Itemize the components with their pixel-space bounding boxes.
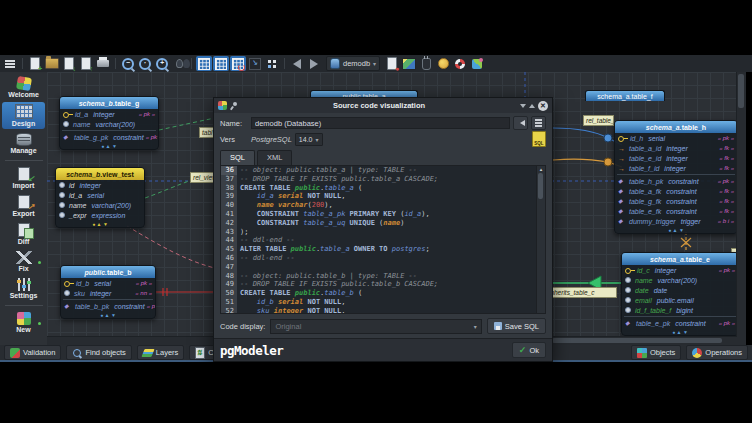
table-card-table_b[interactable]: public.table_bid_bserial« pk »skuinteger… xyxy=(60,265,156,319)
relationship-line-blue[interactable] xyxy=(553,128,608,138)
table-header[interactable]: public.table_b xyxy=(61,266,155,278)
print-model-icon[interactable] xyxy=(95,56,111,71)
plugins-icon[interactable] xyxy=(469,56,485,71)
table-card-table_f-partial[interactable]: schema_a.table_f xyxy=(585,90,665,101)
objects-button[interactable]: Objects xyxy=(631,345,681,360)
collapse-icon[interactable] xyxy=(520,104,526,111)
relationship-line-view-dep[interactable] xyxy=(127,226,219,269)
table-header[interactable]: schema_b.table_g xyxy=(60,97,158,109)
table-row-sku[interactable]: skuinteger« nn » xyxy=(61,288,155,298)
relationship-node-blue[interactable] xyxy=(604,134,612,142)
expand-icon[interactable] xyxy=(529,101,535,108)
scene-layout-icon[interactable] xyxy=(264,56,280,71)
table-row-table_b_pk[interactable]: ◆table_b_pkconstraint« pk » xyxy=(61,301,155,311)
tab-xml[interactable]: XML xyxy=(257,150,292,165)
zoom-in-icon[interactable] xyxy=(154,56,170,71)
relationship-node-orange[interactable] xyxy=(604,158,612,166)
table-row-id_b[interactable]: id_bserial« pk » xyxy=(61,278,155,288)
clear-name-icon[interactable] xyxy=(513,116,528,130)
sql-execution-icon[interactable] xyxy=(418,56,434,71)
next-model-icon[interactable] xyxy=(306,56,322,71)
layers-button[interactable]: Layers xyxy=(137,345,185,360)
canvas-vertical-scrollbar[interactable] xyxy=(736,72,746,345)
relationship-line-orange[interactable] xyxy=(553,159,608,162)
table-row-name[interactable]: namevarchar(200) xyxy=(622,275,738,285)
tab-sql[interactable]: SQL xyxy=(220,150,255,165)
table-row-id_a[interactable]: id_ainteger« pk » xyxy=(60,109,158,119)
table-row-id_f_table_f[interactable]: id_f_table_fbigint xyxy=(622,305,738,315)
table-row-table_a_fk[interactable]: ◆table_a_fkconstraint« fk » xyxy=(615,186,737,196)
table-row-_expr[interactable]: _exprexpression xyxy=(56,210,144,220)
show-grid-icon[interactable] xyxy=(196,56,212,71)
donate-icon[interactable] xyxy=(435,56,451,71)
table-expand-controls[interactable]: ● ▲ ▼ xyxy=(622,328,738,335)
table-row-table_f_id[interactable]: →table_f_idinteger« fk » xyxy=(615,163,737,173)
table-expand-controls[interactable]: ● ▲ ▼ xyxy=(615,226,737,233)
zoom-reset-icon[interactable] xyxy=(137,56,153,71)
main-menu-icon[interactable] xyxy=(2,56,18,71)
table-expand-controls[interactable]: ● ▲ ▼ xyxy=(56,220,144,227)
table-row-email[interactable]: emailpublic.email xyxy=(622,295,738,305)
previous-model-icon[interactable] xyxy=(289,56,305,71)
table-row-id_c[interactable]: id_cinteger« pk » xyxy=(622,265,738,275)
snap-to-grid-icon[interactable] xyxy=(213,56,229,71)
table-row-table_h_pk[interactable]: ◆table_h_pkconstraint« pk » xyxy=(615,176,737,186)
operations-button[interactable]: Operations xyxy=(686,345,748,360)
sidebar-item-welcome[interactable]: Welcome xyxy=(2,75,45,100)
table-row-table_g_pk[interactable]: ◆table_g_pkconstraint« pk » xyxy=(60,132,158,142)
table-row-name[interactable]: namevarchar(200) xyxy=(60,119,158,129)
sidebar-item-import[interactable]: Import xyxy=(2,165,45,191)
sidebar-item-new[interactable]: New xyxy=(2,310,45,335)
close-icon[interactable]: ✕ xyxy=(538,101,548,111)
table-row-table_e_id[interactable]: →table_e_idinteger« fk » xyxy=(615,153,737,163)
open-model-icon[interactable] xyxy=(44,56,60,71)
table-row-name[interactable]: namevarchar(200) xyxy=(56,200,144,210)
sidebar-item-manage[interactable]: Manage xyxy=(2,131,45,156)
sidebar-item-design[interactable]: Design xyxy=(2,102,45,129)
sidebar-item-diff[interactable]: Diff xyxy=(2,221,45,247)
table-row-dummy_trigger[interactable]: ◆dummy_triggertrigger« b i » xyxy=(615,216,737,226)
table-expand-controls[interactable]: ● ▲ ▼ xyxy=(61,311,155,318)
find-button[interactable]: Find objects xyxy=(66,345,131,360)
table-expand-controls[interactable]: ● ▲ ▼ xyxy=(60,142,158,149)
code-lines[interactable]: 36-- object: public.table_a | type: TABL… xyxy=(221,166,536,313)
table-row-table_a_id[interactable]: →table_a_idinteger« fk » xyxy=(615,143,737,153)
table-row-table_e_fk[interactable]: ◆table_e_fkconstraint« fk » xyxy=(615,206,737,216)
model-tab-combo[interactable]: demodb▾ xyxy=(326,56,380,71)
rel-table-h-label[interactable]: rel_table_h_ xyxy=(583,115,614,126)
support-icon[interactable] xyxy=(452,56,468,71)
sidebar-item-export[interactable]: Export xyxy=(2,193,45,219)
save-model-icon[interactable] xyxy=(61,56,77,71)
table-row-table_g_fk[interactable]: ◆table_g_fkconstraint« fk » xyxy=(615,196,737,206)
save-sql-button[interactable]: Save SQL xyxy=(487,318,546,334)
view-card-view_test[interactable]: schema_b.view_testidintegerid_aserialnam… xyxy=(55,167,145,228)
table-header[interactable]: schema_b.view_test xyxy=(56,168,144,180)
model-overview-icon[interactable] xyxy=(401,56,417,71)
dialog-titlebar[interactable]: Source code visualization ✕ xyxy=(214,98,552,113)
zoom-out-icon[interactable] xyxy=(120,56,136,71)
table-card-table_g[interactable]: schema_b.table_gid_ainteger« pk »namevar… xyxy=(59,96,159,150)
pgsql-version-select[interactable]: 14.0▾ xyxy=(295,133,323,146)
expand-canvas-icon[interactable] xyxy=(247,56,263,71)
table-card-table_h[interactable]: schema_a.table_hid_hserial« pk »→table_a… xyxy=(614,120,738,234)
table-row-id[interactable]: idinteger xyxy=(56,180,144,190)
table-card-table_e[interactable]: schema_a.table_eid_cinteger« pk »namevar… xyxy=(621,252,739,336)
ok-button[interactable]: ✓ Ok xyxy=(512,342,546,358)
sidebar-item-fix[interactable]: Fix xyxy=(2,249,45,274)
save-model-as-icon[interactable] xyxy=(78,56,94,71)
table-row-id_h[interactable]: id_hserial« pk » xyxy=(615,133,737,143)
close-model-icon[interactable] xyxy=(384,56,400,71)
object-name-field[interactable] xyxy=(251,117,510,129)
table-row-id_a[interactable]: id_aserial xyxy=(56,190,144,200)
new-model-icon[interactable] xyxy=(27,56,43,71)
magnify-objects-icon[interactable] xyxy=(171,56,187,71)
sql-file-icon[interactable]: SQL xyxy=(532,131,546,147)
table-row-table_e_pk[interactable]: ◆table_e_pkconstraint« pk » xyxy=(622,318,738,328)
pin-icon[interactable] xyxy=(230,102,238,110)
table-header[interactable]: schema_a.table_e xyxy=(622,253,738,265)
source-options-icon[interactable] xyxy=(531,116,546,130)
sql-code-viewer[interactable]: 36-- object: public.table_a | type: TABL… xyxy=(220,165,546,314)
table-row-date[interactable]: datedate xyxy=(622,285,738,295)
validation-button[interactable]: Validation xyxy=(4,345,61,360)
sidebar-item-settings[interactable]: Settings xyxy=(2,276,45,301)
